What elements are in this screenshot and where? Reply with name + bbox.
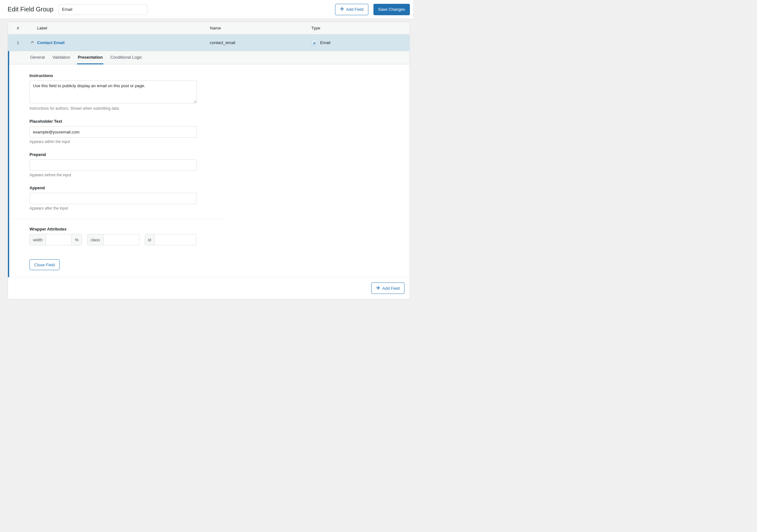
wrapper-id-addon: id (145, 234, 155, 245)
add-field-label: Add Field (382, 286, 400, 291)
field-label-link[interactable]: Contact Email (37, 40, 65, 45)
divider (9, 219, 228, 219)
prepend-label: Prepend (29, 152, 208, 157)
placeholder-input[interactable] (29, 126, 197, 138)
add-field-button-bottom[interactable]: Add Field (371, 282, 405, 294)
wrapper-class-input[interactable] (104, 234, 139, 245)
save-label: Save Changes (378, 7, 405, 12)
add-field-label: Add Field (346, 7, 364, 12)
wrapper-width-addon: width (30, 234, 46, 245)
field-editor: General Validation Presentation Conditio… (8, 51, 409, 277)
instructions-label: Instructions (29, 73, 208, 78)
col-index: # (8, 26, 28, 30)
wrapper-class-addon: class (87, 234, 104, 245)
group-prepend: Prepend Appears before the input (29, 152, 208, 177)
wrapper-width-input[interactable] (46, 234, 71, 245)
group-placeholder: Placeholder Text Appears within the inpu… (29, 119, 208, 144)
add-field-button-top[interactable]: Add Field (335, 4, 368, 15)
tab-conditional-logic[interactable]: Conditional Logic (110, 51, 143, 64)
prepend-input[interactable] (29, 160, 197, 171)
tab-general[interactable]: General (29, 51, 45, 64)
group-instructions: Instructions Instructions for authors. S… (29, 73, 208, 110)
row-label-cell: Contact Email (37, 40, 210, 45)
topbar: Edit Field Group Add Field Save Changes (0, 0, 413, 19)
placeholder-help: Appears within the input (29, 140, 208, 144)
group-append: Append Appears after the input (29, 185, 208, 210)
tab-validation[interactable]: Validation (52, 51, 71, 64)
wrapper-percent-addon: % (71, 234, 82, 245)
plus-icon (376, 286, 380, 291)
row-type: @ Email (311, 40, 409, 46)
row-type-label: Email (320, 40, 331, 45)
col-label: Label (37, 26, 210, 30)
wrapper-label: Wrapper Attributes (29, 227, 208, 232)
fields-table-header: # Label Name Type (8, 22, 409, 35)
table-row[interactable]: 1 Contact Email contact_email @ Email (8, 35, 409, 51)
append-help: Appears after the input (29, 206, 208, 210)
chevron-up-icon (30, 40, 34, 45)
page-title: Edit Field Group (8, 6, 53, 13)
col-name: Name (210, 26, 311, 30)
save-changes-button[interactable]: Save Changes (374, 4, 410, 15)
plus-icon (340, 7, 344, 12)
placeholder-label: Placeholder Text (29, 119, 208, 124)
instructions-help: Instructions for authors. Shown when sub… (29, 106, 208, 110)
at-sign-icon: @ (311, 40, 318, 46)
close-field-label: Close Field (34, 263, 55, 267)
wrapper-id-group: id (144, 234, 196, 245)
close-field-button[interactable]: Close Field (29, 259, 60, 270)
presentation-form: Instructions Instructions for authors. S… (9, 64, 228, 258)
editor-tabs: General Validation Presentation Conditio… (9, 51, 409, 64)
row-name: contact_email (210, 40, 311, 45)
prepend-help: Appears before the input (29, 173, 208, 177)
append-input[interactable] (29, 193, 197, 204)
instructions-input[interactable] (29, 80, 197, 103)
row-index: 1 (8, 40, 28, 45)
fields-panel: # Label Name Type 1 Contact Email contac… (8, 21, 410, 299)
tab-presentation[interactable]: Presentation (77, 51, 103, 64)
wrapper-class-group: class (87, 234, 139, 245)
group-wrapper-attributes: Wrapper Attributes width % class id (29, 227, 208, 245)
col-type: Type (311, 26, 409, 30)
wrapper-id-input[interactable] (155, 234, 196, 245)
panel-footer: Add Field (8, 277, 409, 299)
wrapper-width-group: width % (29, 234, 82, 245)
group-name-input[interactable] (59, 4, 147, 15)
collapse-toggle[interactable] (28, 40, 37, 45)
append-label: Append (29, 185, 208, 190)
